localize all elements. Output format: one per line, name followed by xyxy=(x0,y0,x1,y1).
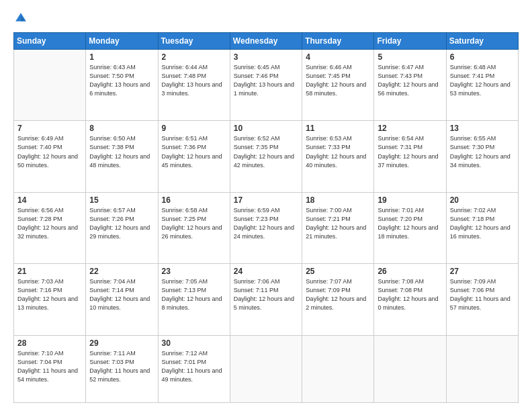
day-number: 21 xyxy=(17,267,82,276)
cell-info: Sunrise: 7:00 AMSunset: 7:21 PMDaylight:… xyxy=(306,206,370,241)
col-header-saturday: Saturday xyxy=(446,33,518,50)
calendar-week-row: 14Sunrise: 6:56 AMSunset: 7:28 PMDayligh… xyxy=(14,192,519,263)
table-row: 11Sunrise: 6:53 AMSunset: 7:33 PMDayligh… xyxy=(302,121,374,192)
day-number: 28 xyxy=(17,338,82,348)
cell-info: Sunrise: 7:01 AMSunset: 7:20 PMDaylight:… xyxy=(378,206,442,241)
page: SundayMondayTuesdayWednesdayThursdayFrid… xyxy=(0,0,532,411)
cell-info: Sunrise: 7:02 AMSunset: 7:18 PMDaylight:… xyxy=(450,206,515,241)
calendar-week-row: 21Sunrise: 7:03 AMSunset: 7:16 PMDayligh… xyxy=(14,264,519,335)
table-row: 15Sunrise: 6:57 AMSunset: 7:26 PMDayligh… xyxy=(86,192,158,263)
cell-info: Sunrise: 7:07 AMSunset: 7:09 PMDaylight:… xyxy=(306,277,370,312)
calendar-week-row: 1Sunrise: 6:43 AMSunset: 7:50 PMDaylight… xyxy=(14,50,519,121)
cell-info: Sunrise: 6:55 AMSunset: 7:30 PMDaylight:… xyxy=(450,134,515,169)
day-number: 8 xyxy=(89,124,154,133)
table-row: 25Sunrise: 7:07 AMSunset: 7:09 PMDayligh… xyxy=(302,264,374,335)
day-number: 26 xyxy=(378,267,442,276)
table-row: 6Sunrise: 6:48 AMSunset: 7:41 PMDaylight… xyxy=(446,50,518,121)
day-number: 16 xyxy=(162,195,226,205)
logo xyxy=(13,11,31,26)
day-number: 6 xyxy=(450,52,515,62)
table-row: 4Sunrise: 6:46 AMSunset: 7:45 PMDaylight… xyxy=(302,50,374,121)
table-row: 10Sunrise: 6:52 AMSunset: 7:35 PMDayligh… xyxy=(230,121,302,192)
table-row: 3Sunrise: 6:45 AMSunset: 7:46 PMDaylight… xyxy=(230,50,302,121)
col-header-sunday: Sunday xyxy=(14,33,86,50)
cell-info: Sunrise: 7:08 AMSunset: 7:08 PMDaylight:… xyxy=(378,277,442,312)
day-number: 27 xyxy=(450,267,515,276)
table-row: 26Sunrise: 7:08 AMSunset: 7:08 PMDayligh… xyxy=(374,264,446,335)
cell-info: Sunrise: 6:59 AMSunset: 7:23 PMDaylight:… xyxy=(234,206,298,241)
day-number: 23 xyxy=(162,267,226,276)
day-number: 10 xyxy=(234,124,298,133)
table-row: 21Sunrise: 7:03 AMSunset: 7:16 PMDayligh… xyxy=(14,264,86,335)
day-number: 1 xyxy=(89,52,154,62)
cell-info: Sunrise: 6:45 AMSunset: 7:46 PMDaylight:… xyxy=(234,63,298,98)
cell-info: Sunrise: 7:09 AMSunset: 7:06 PMDaylight:… xyxy=(450,277,515,312)
table-row: 14Sunrise: 6:56 AMSunset: 7:28 PMDayligh… xyxy=(14,192,86,263)
col-header-thursday: Thursday xyxy=(302,33,374,50)
cell-info: Sunrise: 7:06 AMSunset: 7:11 PMDaylight:… xyxy=(234,277,298,312)
cell-info: Sunrise: 6:43 AMSunset: 7:50 PMDaylight:… xyxy=(89,63,154,98)
table-row: 30Sunrise: 7:12 AMSunset: 7:01 PMDayligh… xyxy=(158,335,230,402)
table-row xyxy=(14,50,86,121)
cell-info: Sunrise: 6:52 AMSunset: 7:35 PMDaylight:… xyxy=(234,134,298,169)
col-header-monday: Monday xyxy=(86,33,158,50)
day-number: 2 xyxy=(162,52,226,62)
table-row: 9Sunrise: 6:51 AMSunset: 7:36 PMDaylight… xyxy=(158,121,230,192)
day-number: 25 xyxy=(306,267,370,276)
calendar-table: SundayMondayTuesdayWednesdayThursdayFrid… xyxy=(13,32,519,403)
day-number: 5 xyxy=(378,52,442,62)
day-number: 30 xyxy=(162,338,226,348)
day-number: 13 xyxy=(450,124,515,133)
cell-info: Sunrise: 6:58 AMSunset: 7:25 PMDaylight:… xyxy=(162,206,226,241)
table-row: 18Sunrise: 7:00 AMSunset: 7:21 PMDayligh… xyxy=(302,192,374,263)
day-number: 7 xyxy=(17,124,82,133)
logo-icon xyxy=(13,11,28,26)
table-row: 23Sunrise: 7:05 AMSunset: 7:13 PMDayligh… xyxy=(158,264,230,335)
table-row: 8Sunrise: 6:50 AMSunset: 7:38 PMDaylight… xyxy=(86,121,158,192)
cell-info: Sunrise: 7:11 AMSunset: 7:03 PMDaylight:… xyxy=(89,349,154,384)
table-row: 28Sunrise: 7:10 AMSunset: 7:04 PMDayligh… xyxy=(14,335,86,402)
cell-info: Sunrise: 7:12 AMSunset: 7:01 PMDaylight:… xyxy=(162,349,226,384)
table-row: 16Sunrise: 6:58 AMSunset: 7:25 PMDayligh… xyxy=(158,192,230,263)
calendar-header-row: SundayMondayTuesdayWednesdayThursdayFrid… xyxy=(14,33,519,50)
cell-info: Sunrise: 6:49 AMSunset: 7:40 PMDaylight:… xyxy=(17,134,82,169)
day-number: 20 xyxy=(450,195,515,205)
table-row xyxy=(446,335,518,402)
cell-info: Sunrise: 6:57 AMSunset: 7:26 PMDaylight:… xyxy=(89,206,154,241)
table-row: 13Sunrise: 6:55 AMSunset: 7:30 PMDayligh… xyxy=(446,121,518,192)
col-header-friday: Friday xyxy=(374,33,446,50)
table-row xyxy=(302,335,374,402)
day-number: 9 xyxy=(162,124,226,133)
cell-info: Sunrise: 7:04 AMSunset: 7:14 PMDaylight:… xyxy=(89,277,154,312)
day-number: 24 xyxy=(234,267,298,276)
cell-info: Sunrise: 6:48 AMSunset: 7:41 PMDaylight:… xyxy=(450,63,515,98)
table-row: 17Sunrise: 6:59 AMSunset: 7:23 PMDayligh… xyxy=(230,192,302,263)
day-number: 17 xyxy=(234,195,298,205)
header xyxy=(13,11,519,26)
table-row: 12Sunrise: 6:54 AMSunset: 7:31 PMDayligh… xyxy=(374,121,446,192)
day-number: 22 xyxy=(89,267,154,276)
day-number: 18 xyxy=(306,195,370,205)
day-number: 11 xyxy=(306,124,370,133)
table-row: 7Sunrise: 6:49 AMSunset: 7:40 PMDaylight… xyxy=(14,121,86,192)
cell-info: Sunrise: 6:56 AMSunset: 7:28 PMDaylight:… xyxy=(17,206,82,241)
table-row xyxy=(374,335,446,402)
table-row: 20Sunrise: 7:02 AMSunset: 7:18 PMDayligh… xyxy=(446,192,518,263)
col-header-wednesday: Wednesday xyxy=(230,33,302,50)
col-header-tuesday: Tuesday xyxy=(158,33,230,50)
table-row: 24Sunrise: 7:06 AMSunset: 7:11 PMDayligh… xyxy=(230,264,302,335)
calendar-week-row: 7Sunrise: 6:49 AMSunset: 7:40 PMDaylight… xyxy=(14,121,519,192)
day-number: 3 xyxy=(234,52,298,62)
table-row: 1Sunrise: 6:43 AMSunset: 7:50 PMDaylight… xyxy=(86,50,158,121)
day-number: 15 xyxy=(89,195,154,205)
cell-info: Sunrise: 6:51 AMSunset: 7:36 PMDaylight:… xyxy=(162,134,226,169)
day-number: 19 xyxy=(378,195,442,205)
day-number: 29 xyxy=(89,338,154,348)
day-number: 12 xyxy=(378,124,442,133)
table-row: 22Sunrise: 7:04 AMSunset: 7:14 PMDayligh… xyxy=(86,264,158,335)
table-row: 29Sunrise: 7:11 AMSunset: 7:03 PMDayligh… xyxy=(86,335,158,402)
cell-info: Sunrise: 7:05 AMSunset: 7:13 PMDaylight:… xyxy=(162,277,226,312)
table-row: 19Sunrise: 7:01 AMSunset: 7:20 PMDayligh… xyxy=(374,192,446,263)
table-row xyxy=(230,335,302,402)
cell-info: Sunrise: 6:44 AMSunset: 7:48 PMDaylight:… xyxy=(162,63,226,98)
